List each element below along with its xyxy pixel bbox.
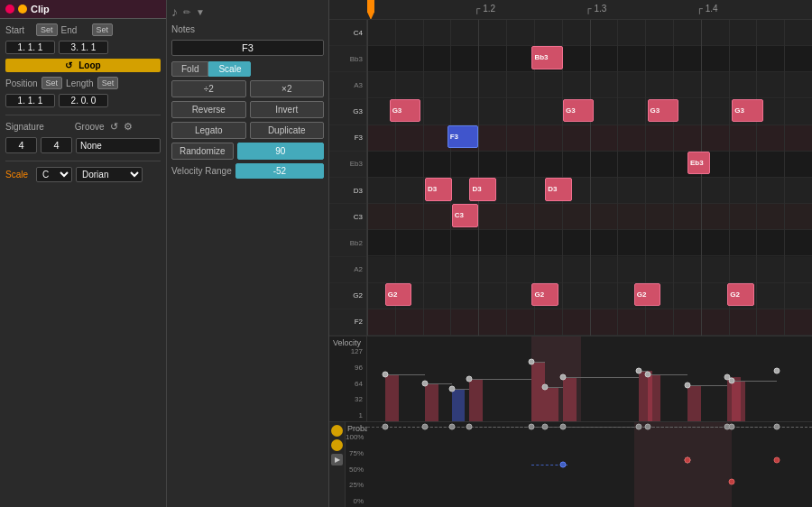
mul2-button[interactable]: ×2 xyxy=(250,80,325,97)
end-value[interactable]: 3. 1. 1 xyxy=(59,41,108,54)
groove-settings-icon[interactable]: ⚙ xyxy=(124,121,133,133)
note-pill-g3[interactable]: G3 xyxy=(732,99,763,123)
vel-bar-6[interactable] xyxy=(563,377,577,421)
note-pill-eb3[interactable]: Eb3 xyxy=(687,152,710,175)
vel-dot-11[interactable] xyxy=(729,377,735,383)
note-pill-g3[interactable]: G3 xyxy=(648,99,679,123)
div2-button[interactable]: ÷2 xyxy=(171,80,246,97)
note-pill-g2[interactable]: G2 xyxy=(727,283,754,307)
note-pill-d3[interactable]: D3 xyxy=(469,178,496,201)
note-pill-c3[interactable]: C3 xyxy=(452,204,479,227)
vel-grid[interactable] xyxy=(367,336,812,421)
vel-bar-8[interactable] xyxy=(648,374,661,421)
vel-label-col: Velocity 127 96 64 32 1 xyxy=(329,336,367,421)
prob-grid[interactable] xyxy=(367,422,812,507)
vel-bar-4[interactable] xyxy=(531,362,545,421)
vel-bar-11[interactable] xyxy=(732,381,745,421)
prob-dot-12[interactable] xyxy=(773,423,780,429)
vel-dot-5[interactable] xyxy=(542,384,549,391)
note-pill-g2[interactable]: G2 xyxy=(531,283,558,307)
duplicate-button[interactable]: Duplicate xyxy=(250,122,325,139)
main-area: 1 ┌ 1.2 ┌ 1.3 ┌ 1.4 C4 Bb3 A3 G3 F3 Eb3 xyxy=(329,0,812,507)
vel-dot-7[interactable] xyxy=(635,367,641,373)
note-pill-d3[interactable]: D3 xyxy=(425,178,452,201)
len-set-button[interactable]: Set xyxy=(97,77,119,89)
position-value[interactable]: 1. 1. 1 xyxy=(5,94,55,107)
dot-red[interactable] xyxy=(5,5,14,14)
dot-yellow[interactable] xyxy=(18,5,27,14)
prob-blue-dot[interactable] xyxy=(559,462,566,468)
note-value[interactable]: F3 xyxy=(171,40,324,56)
reverse-invert-row: Reverse Invert xyxy=(171,101,324,118)
vel-bar-3[interactable] xyxy=(469,379,483,421)
prob-dot-5[interactable] xyxy=(542,423,549,429)
music-note-icon: ♪ xyxy=(171,5,178,19)
randomize-value[interactable]: 90 xyxy=(237,143,324,160)
prob-dot-2[interactable] xyxy=(448,423,455,429)
prob-red-dot-2[interactable] xyxy=(773,457,780,464)
note-pill-bb3[interactable]: Bb3 xyxy=(531,46,563,69)
groove-value[interactable]: None xyxy=(76,138,161,153)
note-pill-g2[interactable]: G2 xyxy=(385,283,412,307)
prob-dot-3[interactable] xyxy=(466,423,473,429)
pos-set-button[interactable]: Set xyxy=(42,77,63,89)
length-value[interactable]: 2. 0. 0 xyxy=(59,94,108,107)
velocity-row: Velocity 127 96 64 32 1 xyxy=(329,336,812,421)
note-pill-d3[interactable]: D3 xyxy=(545,178,572,201)
vel-bar-9[interactable] xyxy=(687,385,701,421)
reverse-button[interactable]: Reverse xyxy=(171,101,246,118)
start-set-button[interactable]: Set xyxy=(36,23,58,36)
vel-dot-3[interactable] xyxy=(466,376,473,383)
prob-dot-6[interactable] xyxy=(559,423,566,429)
pencil-icon[interactable]: ✏ xyxy=(183,7,190,17)
vel-range-value[interactable]: -52 xyxy=(235,163,324,179)
vel-bar-1[interactable] xyxy=(425,383,438,421)
sig-groove-values: 4 4 None xyxy=(5,137,161,153)
vel-dot-9[interactable] xyxy=(684,382,690,388)
prob-red-dot-0[interactable] xyxy=(684,457,690,464)
vline-0 xyxy=(367,20,368,336)
prob-dot-7[interactable] xyxy=(635,423,641,429)
scale-active-button[interactable]: Scale xyxy=(208,61,251,77)
vel-bar-5[interactable] xyxy=(545,387,558,421)
note-pill-g3[interactable]: G3 xyxy=(563,99,595,123)
vel-dot-2[interactable] xyxy=(448,386,455,392)
note-pill-g3[interactable]: G3 xyxy=(390,99,421,123)
vel-dot-4[interactable] xyxy=(529,359,535,365)
loop-button[interactable]: ↺ Loop xyxy=(5,59,161,72)
settings-icon[interactable]: ▼ xyxy=(196,7,205,17)
invert-button[interactable]: Invert xyxy=(250,101,325,118)
side-ctrl-2[interactable] xyxy=(331,439,343,451)
vel-bar-2[interactable] xyxy=(452,389,466,421)
note-pill-g2[interactable]: G2 xyxy=(634,283,661,307)
roll-grid[interactable]: G3F3D3D3C3G2Bb3G3D3G2G3Eb3G2G3G2 xyxy=(367,20,812,336)
vline-2 xyxy=(423,20,424,336)
vel-dot-8[interactable] xyxy=(644,372,651,378)
end-set-button[interactable]: Set xyxy=(92,23,114,36)
vel-dot-12[interactable] xyxy=(773,367,780,373)
groove-refresh-icon[interactable]: ↺ xyxy=(110,121,118,133)
scale-mode-select[interactable]: DorianMajorMinorMixolydian xyxy=(76,167,143,182)
prob-dot-8[interactable] xyxy=(644,423,651,429)
side-ctrl-1[interactable] xyxy=(331,425,343,437)
sig-num[interactable]: 4 xyxy=(5,137,37,153)
prob-dot-4[interactable] xyxy=(529,423,535,429)
vel-dot-0[interactable] xyxy=(382,372,388,378)
note-pill-f3[interactable]: F3 xyxy=(448,125,479,149)
prob-dot-0[interactable] xyxy=(382,423,388,429)
nlabel-f2: F2 xyxy=(329,309,366,336)
vel-dot-1[interactable] xyxy=(422,380,429,386)
play-ctrl[interactable]: ▶ xyxy=(331,454,343,466)
prob-red-dot-1[interactable] xyxy=(729,478,735,484)
sig-den[interactable]: 4 xyxy=(41,137,72,153)
prob-dot-1[interactable] xyxy=(422,423,429,429)
vel-dot-6[interactable] xyxy=(559,374,566,381)
vel-bar-0[interactable] xyxy=(385,374,399,421)
legato-button[interactable]: Legato xyxy=(171,122,246,139)
clip-header: Clip xyxy=(0,0,166,19)
randomize-button[interactable]: Randomize xyxy=(171,143,234,160)
start-value[interactable]: 1. 1. 1 xyxy=(5,41,55,54)
fold-button[interactable]: Fold xyxy=(171,61,208,77)
scale-key-select[interactable]: CC#DD# EFF#G G#AA#B xyxy=(36,167,72,182)
prob-dot-11[interactable] xyxy=(729,423,735,429)
